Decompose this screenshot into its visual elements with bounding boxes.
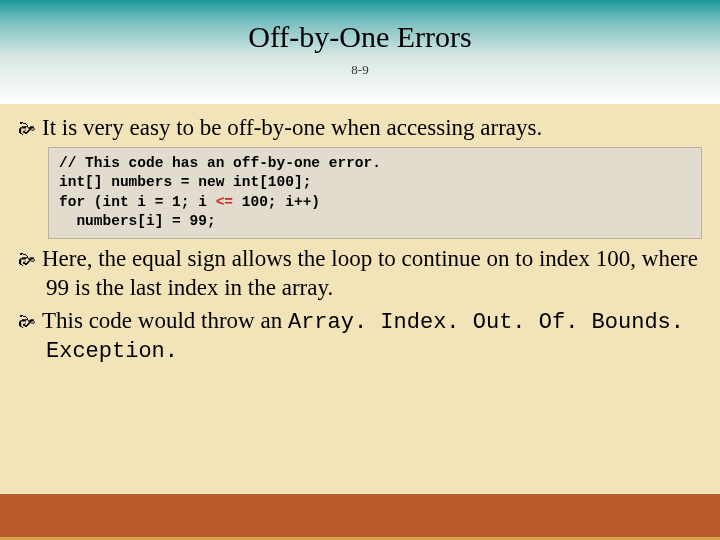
- code-line-4: numbers[i] = 99;: [59, 213, 216, 229]
- slide-footer: [0, 494, 720, 540]
- code-line-3a: for (int i = 1; i: [59, 194, 216, 210]
- slide-title: Off-by-One Errors: [0, 20, 720, 54]
- bullet-2: Here, the equal sign allows the loop to …: [18, 245, 702, 303]
- code-line-2: int[] numbers = new int[100];: [59, 174, 311, 190]
- code-line-3b: 100; i++): [233, 194, 320, 210]
- page-number: 8-9: [0, 62, 720, 78]
- code-block: // This code has an off-by-one error. in…: [48, 147, 702, 239]
- code-line-1: // This code has an off-by-one error.: [59, 155, 381, 171]
- slide-content: It is very easy to be off-by-one when ac…: [0, 104, 720, 366]
- bullet-1: It is very easy to be off-by-one when ac…: [18, 114, 702, 143]
- bullet-3-text: This code would throw an: [42, 308, 288, 333]
- slide: Off-by-One Errors 8-9 It is very easy to…: [0, 0, 720, 540]
- code-operator: <=: [216, 194, 233, 210]
- bullet-3: This code would throw an Array. Index. O…: [18, 307, 702, 366]
- slide-header: Off-by-One Errors 8-9: [0, 0, 720, 104]
